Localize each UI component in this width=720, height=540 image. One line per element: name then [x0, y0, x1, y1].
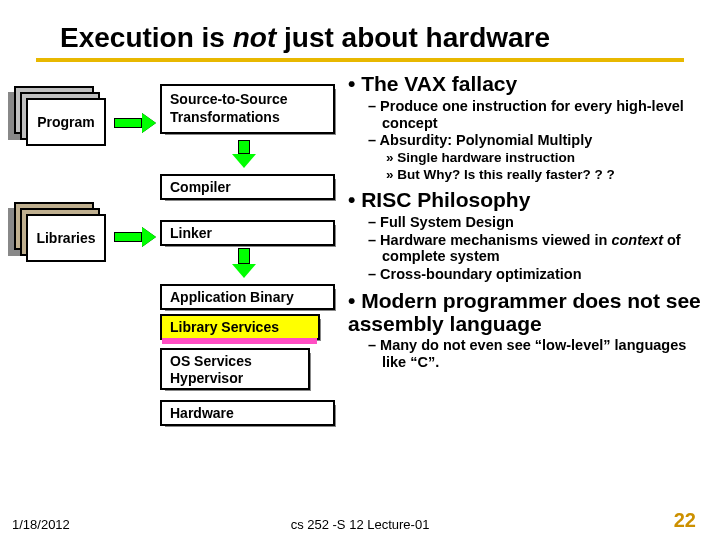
stack-front: Program — [26, 98, 106, 146]
title-underline — [36, 58, 684, 62]
footer-page: 22 — [674, 509, 696, 532]
bullet-list: The VAX fallacy Produce one instruction … — [348, 70, 708, 500]
bullet-risc-sub2: Hardware mechanisms viewed in context of… — [368, 232, 708, 265]
s2s-line2: Transformations — [170, 109, 280, 125]
appbin-label: Application Binary — [170, 289, 294, 305]
program-label: Program — [37, 114, 95, 130]
title-post: just about hardware — [276, 22, 550, 53]
slide-title: Execution is not just about hardware — [60, 22, 550, 54]
bullet-vax: The VAX fallacy — [348, 72, 708, 96]
compiler-label: Compiler — [170, 179, 231, 195]
linker-box: Linker — [160, 220, 335, 246]
bullet-modern-sub1: Many do not even see “low-level” languag… — [368, 337, 708, 370]
s2s-box: Source-to-Source Transformations — [160, 84, 335, 134]
risc-sub2-ital: context — [611, 232, 663, 248]
bullet-modern: Modern programmer does not see assembly … — [348, 289, 708, 335]
title-pre: Execution is — [60, 22, 233, 53]
appbin-box: Application Binary — [160, 284, 335, 310]
bullet-risc-sub1: Full System Design — [368, 214, 708, 231]
title-not: not — [233, 22, 277, 53]
pink-accent — [162, 338, 317, 344]
risc-sub2-pre: Hardware mechanisms viewed in — [380, 232, 611, 248]
bullet-vax-sub2b: But Why? Is this really faster? ? ? — [386, 167, 708, 183]
pipeline-diagram: Program Source-to-Source Transformations… — [10, 70, 340, 490]
bullet-risc: RISC Philosophy — [348, 188, 708, 212]
libsvc-label: Library Services — [170, 319, 279, 335]
ossvc-line2: Hypervisor — [170, 370, 243, 386]
ossvc-line1: OS Services — [170, 353, 252, 369]
bullet-vax-sub1: Produce one instruction for every high-l… — [368, 98, 708, 131]
ossvc-box: OS Services Hypervisor — [160, 348, 310, 390]
linker-label: Linker — [170, 225, 212, 241]
bullet-risc-sub3: Cross-boundary optimization — [368, 266, 708, 283]
libsvc-box: Library Services — [160, 314, 320, 340]
s2s-line1: Source-to-Source — [170, 91, 287, 107]
libraries-label: Libraries — [36, 230, 95, 246]
hardware-label: Hardware — [170, 405, 234, 421]
footer-course: cs 252 -S 12 Lecture-01 — [291, 517, 430, 532]
hardware-box: Hardware — [160, 400, 335, 426]
bullet-vax-sub2a: Single hardware instruction — [386, 150, 708, 166]
footer-date: 1/18/2012 — [12, 517, 70, 532]
compiler-box: Compiler — [160, 174, 335, 200]
bullet-vax-sub2: Absurdity: Polynomial Multiply — [368, 132, 708, 149]
stack-front: Libraries — [26, 214, 106, 262]
